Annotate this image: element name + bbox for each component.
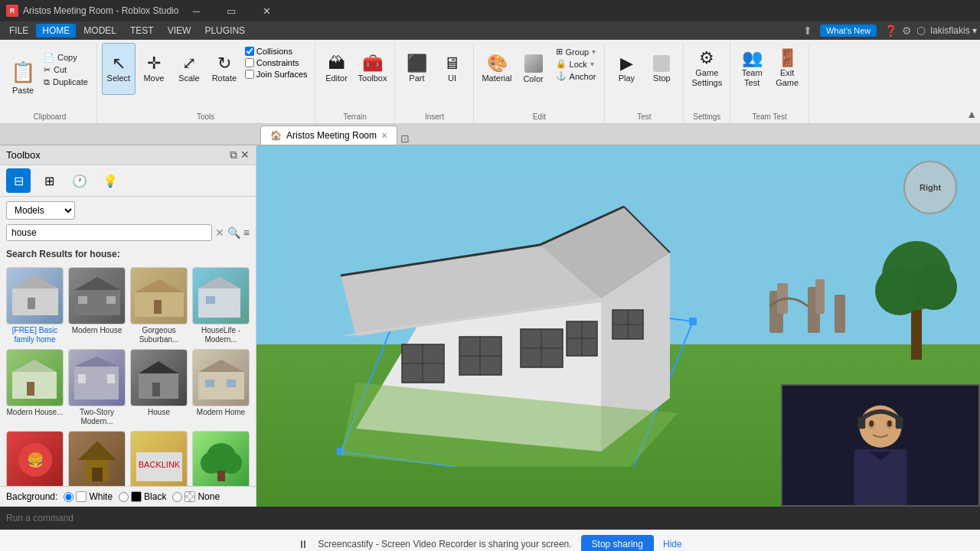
- toolbox-ribbon-button[interactable]: 🧰 Toolbox: [355, 43, 390, 95]
- svg-rect-41: [689, 318, 697, 325]
- svg-text:🍔: 🍔: [27, 452, 44, 468]
- select-button[interactable]: ↖ Select: [102, 43, 136, 95]
- maximize-button[interactable]: ▭: [214, 0, 249, 21]
- search-submit-icon[interactable]: 🔍: [227, 227, 240, 239]
- part-icon: ⬛: [407, 55, 427, 72]
- result-item-0[interactable]: [FREE] Basic family home: [6, 267, 64, 344]
- close-button[interactable]: ✕: [249, 0, 284, 21]
- svg-rect-9: [154, 300, 162, 314]
- result-item-6[interactable]: House: [130, 349, 188, 426]
- lock-button[interactable]: 🔒 Lock ▾: [552, 58, 600, 70]
- result-item-8[interactable]: 🍔: [6, 431, 64, 486]
- anchor-button[interactable]: ⚓ Anchor: [552, 70, 600, 82]
- hide-button[interactable]: Hide: [663, 539, 682, 549]
- move-button[interactable]: ✛ Move: [137, 43, 171, 95]
- join-surfaces-checkbox-row[interactable]: Join Surfaces: [243, 69, 310, 80]
- result-item-10[interactable]: BACKLINK: [130, 431, 188, 486]
- result-item-9[interactable]: [68, 431, 126, 486]
- bg-black-radio[interactable]: [119, 492, 129, 502]
- bg-black-option[interactable]: Black: [119, 491, 166, 502]
- screencast-message: Screencastify - Screen Video Recorder is…: [318, 539, 571, 549]
- collisions-checkbox-row[interactable]: Collisions: [243, 46, 310, 57]
- bg-white-radio[interactable]: [64, 492, 74, 502]
- tab-close-button[interactable]: ×: [381, 129, 387, 142]
- result-item-2[interactable]: Gorgeous Suburban...: [130, 267, 188, 344]
- game-settings-icon: ⚙: [699, 50, 714, 67]
- toolbox-misc-tab[interactable]: 💡: [98, 168, 122, 193]
- search-input[interactable]: [6, 224, 212, 241]
- edit-buttons: 🎨 Material Color ⊞ Group ▾ 🔒 Lock ▾: [479, 43, 599, 112]
- menu-view[interactable]: VIEW: [162, 24, 198, 37]
- editor-button[interactable]: 🏔 Editor: [320, 43, 354, 95]
- rotate-button[interactable]: ↻ Rotate: [207, 43, 241, 95]
- result-item-11[interactable]: [192, 431, 250, 486]
- settings-icon[interactable]: ⚙: [902, 24, 912, 37]
- cut-button[interactable]: ✂ Cut: [40, 64, 92, 76]
- ui-icon: 🖥: [443, 55, 460, 72]
- main-tab[interactable]: 🏠 Aristos Meeting Room ×: [260, 126, 397, 145]
- duplicate-button[interactable]: ⧉ Duplicate: [40, 77, 92, 88]
- group-button[interactable]: ⊞ Group ▾: [552, 46, 600, 57]
- svg-point-72: [911, 264, 957, 310]
- window-controls: ─ ▭ ✕: [178, 0, 284, 21]
- black-swatch: [131, 491, 142, 502]
- ribbon-collapse-icon[interactable]: ▲: [966, 108, 977, 120]
- game-settings-button[interactable]: ⚙ GameSettings: [688, 43, 725, 95]
- toolbox-models-tab[interactable]: ⊟: [6, 168, 31, 193]
- collisions-checkbox[interactable]: [245, 47, 254, 56]
- move-icon: ✛: [147, 55, 161, 72]
- color-button[interactable]: Color: [517, 43, 550, 95]
- menu-model[interactable]: MODEL: [77, 24, 122, 37]
- result-item-4[interactable]: Modern House...: [6, 349, 64, 426]
- teamtest-buttons: 👥 TeamTest 🚪 ExitGame: [735, 43, 804, 112]
- toolbox-icon-bar: ⊟ ⊞ 🕐 💡: [0, 165, 256, 197]
- copy-button[interactable]: 📄 Copy: [40, 52, 92, 64]
- result-item-1[interactable]: Modern House: [68, 267, 126, 344]
- model-type-select[interactable]: Models Decals Audio Meshes: [6, 201, 75, 220]
- title-bar: R Aristos Meeting Room - Roblox Studio ─…: [0, 0, 980, 21]
- menu-home[interactable]: HOME: [36, 24, 76, 37]
- username-label: lakisflakis ▾: [930, 25, 977, 36]
- terrain-label: Terrain: [320, 112, 390, 123]
- result-item-3[interactable]: HouseLife - Modern...: [192, 267, 250, 344]
- share-icon[interactable]: ⬡: [916, 24, 926, 37]
- material-icon: 🎨: [487, 55, 508, 72]
- constraints-checkbox-row[interactable]: Constraints: [243, 57, 310, 68]
- stop-sharing-button[interactable]: Stop sharing: [581, 535, 654, 552]
- bg-none-radio[interactable]: [172, 492, 182, 502]
- toolbox-recent-tab[interactable]: 🕐: [67, 168, 92, 193]
- ui-button[interactable]: 🖥 UI: [435, 43, 469, 95]
- play-button[interactable]: ▶ Play: [609, 43, 643, 95]
- team-test-button[interactable]: 👥 TeamTest: [735, 43, 769, 95]
- material-button[interactable]: 🎨 Material: [479, 43, 514, 95]
- paste-button[interactable]: 📋 Paste: [8, 52, 38, 104]
- result-thumb-1: [68, 267, 126, 324]
- copy-icon: 📄: [44, 53, 54, 63]
- minimize-button[interactable]: ─: [178, 0, 214, 21]
- search-filter-icon[interactable]: ≡: [243, 227, 250, 239]
- compass-label: Right: [920, 183, 941, 192]
- command-input[interactable]: [6, 513, 974, 523]
- help-question-icon[interactable]: ❓: [884, 24, 897, 37]
- bg-white-option[interactable]: White: [64, 491, 113, 502]
- toolbox-close-button[interactable]: ✕: [240, 148, 250, 161]
- exit-game-button[interactable]: 🚪 ExitGame: [770, 43, 804, 95]
- tab-undock-button[interactable]: ⊡: [400, 132, 410, 145]
- result-item-5[interactable]: Two-Story Modern...: [68, 349, 126, 426]
- whats-new-button[interactable]: What's New: [820, 24, 877, 37]
- viewport[interactable]: Right: [256, 145, 980, 507]
- search-clear-icon[interactable]: ✕: [215, 227, 224, 239]
- toolbox-float-button[interactable]: ⧉: [230, 148, 237, 161]
- menu-plugins[interactable]: PLUGINS: [198, 24, 251, 37]
- join-surfaces-checkbox[interactable]: [245, 70, 254, 79]
- part-button[interactable]: ⬛ Part: [400, 43, 433, 95]
- scale-button[interactable]: ⤢ Scale: [172, 43, 206, 95]
- result-item-7[interactable]: Modern Home: [192, 349, 250, 426]
- menu-file[interactable]: FILE: [3, 24, 34, 37]
- svg-rect-2: [28, 298, 35, 309]
- constraints-checkbox[interactable]: [245, 58, 254, 67]
- stop-button[interactable]: Stop: [645, 43, 678, 95]
- bg-none-option[interactable]: None: [172, 491, 220, 502]
- menu-test[interactable]: TEST: [124, 24, 160, 37]
- toolbox-grid-tab[interactable]: ⊞: [37, 168, 61, 193]
